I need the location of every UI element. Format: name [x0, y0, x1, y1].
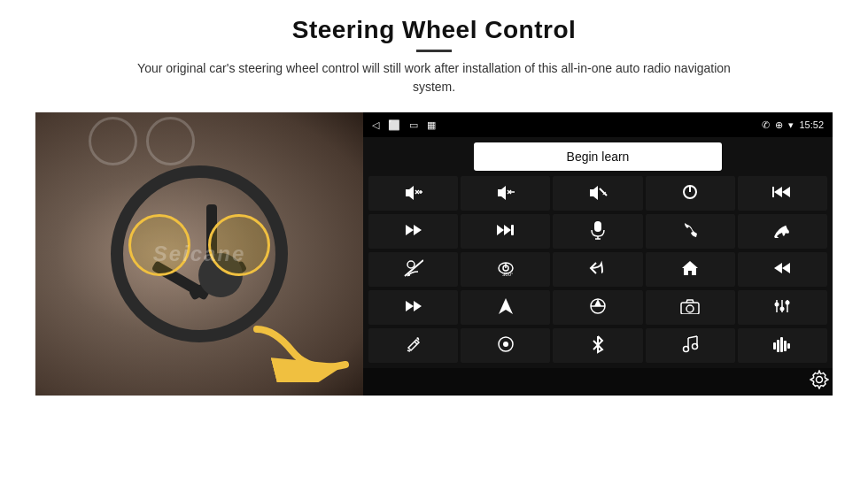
- yellow-arrow: [248, 320, 354, 382]
- svg-marker-15: [406, 225, 414, 235]
- bluetooth-cell[interactable]: [553, 328, 642, 363]
- vol-up-icon: [404, 184, 423, 203]
- location-status-icon: ⊕: [775, 119, 783, 131]
- settings-icon: [810, 370, 829, 389]
- camera-cell[interactable]: [646, 290, 735, 325]
- svg-rect-21: [594, 221, 601, 232]
- fast-fwd-cell[interactable]: [461, 214, 550, 249]
- music-cell[interactable]: [646, 328, 735, 363]
- power-cell[interactable]: [646, 176, 735, 211]
- page-wrapper: Steering Wheel Control Your original car…: [0, 0, 868, 484]
- 360-icon: 360°: [495, 258, 516, 280]
- controls-area: Begin learn: [363, 137, 833, 368]
- skip-icon: [404, 299, 423, 316]
- svg-rect-61: [787, 343, 790, 349]
- swap-cell[interactable]: [553, 290, 642, 325]
- svg-text:×: ×: [602, 189, 607, 197]
- svg-line-52: [688, 336, 697, 338]
- svg-text:360°: 360°: [502, 272, 514, 277]
- svg-rect-19: [511, 225, 514, 235]
- rewind-icon: [772, 261, 792, 278]
- svg-marker-36: [499, 298, 513, 314]
- grid-row-2: 360°: [368, 252, 827, 287]
- equalizer-icon: [773, 297, 791, 318]
- svg-point-51: [503, 342, 508, 347]
- car-photo-inner: Seicane: [35, 112, 363, 396]
- mute2-icon: [404, 259, 423, 280]
- car-photo: Seicane: [35, 112, 363, 396]
- skip-cell[interactable]: [368, 290, 458, 325]
- begin-learn-button[interactable]: Begin learn: [474, 142, 722, 171]
- svg-marker-33: [782, 263, 790, 273]
- status-right: ✆ ⊕ ▾ 15:52: [762, 119, 824, 131]
- svg-rect-14: [772, 187, 774, 197]
- svg-point-47: [786, 301, 790, 305]
- equalizer-cell[interactable]: [738, 290, 827, 325]
- hang-up-cell[interactable]: [738, 214, 827, 249]
- home-cell[interactable]: [646, 252, 735, 287]
- grid-row-3: [368, 290, 827, 325]
- status-left: ◁ ⬜ ▭ ▦: [372, 119, 436, 131]
- svg-marker-16: [414, 225, 422, 235]
- vol-down-icon: [496, 184, 515, 203]
- 360-cell[interactable]: 360°: [461, 252, 550, 287]
- next-track-cell[interactable]: [368, 214, 458, 249]
- subtitle: Your original car's steering wheel contr…: [124, 59, 744, 96]
- settings-button[interactable]: [810, 370, 829, 394]
- vol-up-cell[interactable]: [368, 176, 458, 211]
- svg-point-45: [780, 307, 785, 311]
- page-title: Steering Wheel Control: [124, 16, 744, 44]
- mic-icon: [590, 220, 606, 242]
- back-icon: [589, 260, 607, 279]
- back-nav-icon[interactable]: ◁: [372, 119, 379, 131]
- signal-icon: ▦: [427, 119, 436, 131]
- mic-cell[interactable]: [553, 214, 642, 249]
- mute-cell[interactable]: ×: [553, 176, 642, 211]
- next-track-icon: [404, 223, 423, 240]
- svg-point-55: [684, 347, 689, 352]
- settings-row: [363, 368, 833, 396]
- svg-marker-32: [774, 263, 782, 273]
- navigate-cell[interactable]: [461, 290, 550, 325]
- svg-point-24: [407, 261, 415, 268]
- circle-dot-icon: [497, 335, 515, 356]
- swap-icon: [588, 297, 608, 318]
- svg-point-43: [775, 303, 779, 307]
- svg-point-56: [693, 344, 698, 350]
- svg-marker-35: [414, 301, 422, 311]
- prev-track-cell[interactable]: [738, 176, 827, 211]
- hang-up-icon: [772, 222, 792, 241]
- title-divider: [416, 50, 452, 52]
- recent-nav-icon[interactable]: ▭: [409, 119, 418, 131]
- rewind-cell[interactable]: [738, 252, 827, 287]
- svg-line-49: [407, 350, 410, 351]
- bluetooth-icon: [592, 334, 604, 357]
- svg-rect-57: [773, 342, 776, 350]
- wifi-status-icon: ▾: [788, 119, 794, 131]
- edit-cell[interactable]: [368, 328, 458, 363]
- svg-point-62: [817, 377, 823, 383]
- edit-icon: [406, 335, 422, 356]
- back-cell[interactable]: [553, 252, 642, 287]
- title-section: Steering Wheel Control Your original car…: [124, 16, 744, 107]
- grid-row-0: ×: [368, 176, 827, 211]
- svg-line-48: [415, 342, 417, 344]
- mute2-cell[interactable]: [368, 252, 458, 287]
- content-area: Seicane ◁ ⬜ ▭: [35, 112, 833, 396]
- svg-marker-18: [504, 225, 511, 235]
- svg-marker-13: [782, 187, 790, 197]
- home-nav-icon[interactable]: ⬜: [388, 119, 400, 131]
- svg-rect-59: [780, 337, 783, 352]
- camera-icon: [680, 298, 700, 317]
- audio-viz-icon: [772, 336, 792, 355]
- phone-call-icon: [681, 221, 699, 242]
- vol-down-cell[interactable]: [461, 176, 550, 211]
- audio-viz-cell[interactable]: [738, 328, 827, 363]
- svg-rect-60: [784, 341, 787, 351]
- svg-marker-12: [774, 187, 782, 197]
- circle-dot-cell[interactable]: [461, 328, 550, 363]
- android-ui: ◁ ⬜ ▭ ▦ ✆ ⊕ ▾ 15:52 Begin learn: [363, 112, 833, 396]
- begin-learn-row: Begin learn: [368, 142, 827, 171]
- phone-call-cell[interactable]: [646, 214, 735, 249]
- svg-marker-17: [497, 225, 504, 235]
